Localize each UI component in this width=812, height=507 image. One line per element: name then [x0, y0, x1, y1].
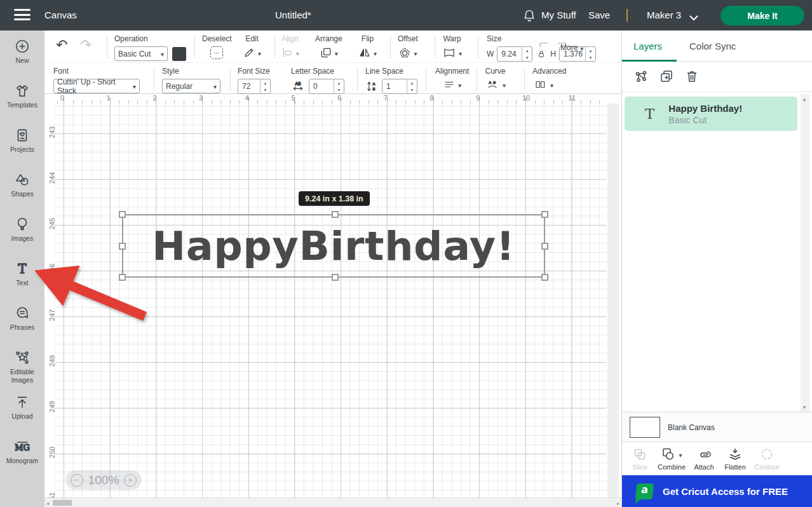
tab-color-sync[interactable]: Color Sync: [689, 41, 736, 51]
edit-group[interactable]: Edit: [243, 34, 261, 59]
undo-button[interactable]: ↶: [56, 38, 67, 52]
caret-down-icon: [211, 82, 217, 91]
sidebar-item-label: Projects: [10, 145, 34, 154]
deselect-group[interactable]: Deselect ⋯: [202, 34, 232, 59]
operation-select[interactable]: Basic Cut: [114, 46, 168, 61]
layer-operation: Basic Cut: [668, 115, 742, 125]
design-text[interactable]: HappyBirthday!: [152, 223, 515, 269]
sidebar-item-new[interactable]: New: [0, 38, 44, 65]
vertical-scrollbar[interactable]: [607, 104, 619, 497]
sidebar-item-editable-images[interactable]: Editable Images: [0, 349, 44, 384]
sidebar-item-upload[interactable]: Upload: [0, 394, 44, 421]
offset-group[interactable]: Offset: [398, 34, 418, 59]
caret-down-icon: [332, 47, 338, 58]
action-attach[interactable]: Attach: [687, 447, 721, 471]
line-space-stepper[interactable]: ▲▼: [407, 79, 417, 93]
selection-handle-s[interactable]: [332, 274, 339, 281]
selection-handle-w[interactable]: [119, 243, 126, 250]
layer-actions-row: SliceCombineAttachFlattenContour: [622, 442, 812, 475]
lock-icon[interactable]: [536, 49, 546, 59]
font-size-label: Font Size: [238, 67, 271, 76]
alignment-group[interactable]: Alignment: [435, 67, 469, 90]
selection-handle-e[interactable]: [541, 243, 548, 250]
cricut-access-logo-icon: [635, 483, 654, 499]
selection-handle-ne[interactable]: [541, 211, 548, 218]
scroll-left-arrow[interactable]: ◂: [46, 501, 49, 506]
align-label: Align: [281, 34, 299, 43]
sidebar-item-projects[interactable]: Projects: [0, 127, 44, 154]
contour-icon: [759, 447, 775, 462]
delete-icon[interactable]: [684, 69, 700, 84]
letter-space-input-wrap: ▲▼: [309, 79, 344, 94]
redo-button[interactable]: ↷: [80, 38, 91, 52]
sidebar-item-text[interactable]: TText: [0, 260, 44, 287]
sidebar-item-monogram[interactable]: MGMonogram: [0, 438, 44, 465]
action-flatten[interactable]: Flatten: [719, 447, 752, 471]
duplicate-icon[interactable]: [659, 69, 674, 84]
flip-group[interactable]: Flip: [358, 34, 377, 59]
color-swatch[interactable]: [172, 47, 186, 61]
more-button[interactable]: More: [560, 42, 583, 53]
font-size-stepper[interactable]: ▲▼: [260, 79, 270, 93]
arrange-group[interactable]: Arrange: [315, 34, 342, 59]
action-label: Attach: [694, 463, 714, 471]
size-tooltip: 9.24 in x 1.38 in: [299, 191, 370, 206]
selection-handle-se[interactable]: [541, 274, 548, 281]
font-select[interactable]: Cuttin' Up - Short Stack: [53, 79, 140, 93]
advanced-group[interactable]: Advanced: [532, 67, 566, 90]
tab-layers[interactable]: Layers: [633, 41, 662, 51]
document-title[interactable]: Untitled*: [275, 10, 311, 20]
chevron-down-icon[interactable]: [689, 12, 698, 24]
selection-handle-nw[interactable]: [119, 211, 126, 218]
action-combine[interactable]: Combine: [655, 447, 688, 471]
notifications-bell-icon[interactable]: [522, 8, 536, 23]
align-group[interactable]: Align: [281, 34, 299, 59]
machine-selector[interactable]: Maker 3: [647, 10, 681, 20]
cricut-access-banner[interactable]: Get Cricut Access for FREE: [622, 475, 812, 507]
group-icon[interactable]: [633, 69, 649, 84]
ruler-number: 10: [522, 94, 530, 102]
scroll-right-arrow[interactable]: ▸: [617, 501, 619, 506]
caret-down-icon: [548, 79, 553, 90]
selection-handle-n[interactable]: [332, 211, 339, 218]
ruler-number: 0: [60, 94, 64, 102]
ruler-number: 1: [107, 94, 111, 102]
panel-scrollbar[interactable]: ▲ ▼: [801, 94, 809, 413]
layer-item-happy-birthday[interactable]: T Happy Birthday! Basic Cut: [625, 97, 797, 131]
blank-canvas-row: Blank Canvas: [622, 412, 812, 442]
my-stuff-link[interactable]: My Stuff: [541, 10, 576, 20]
selection-bounding-box[interactable]: HappyBirthday!: [122, 214, 545, 278]
sidebar-item-label: Templates: [7, 101, 37, 109]
canvas-grid[interactable]: [55, 104, 606, 497]
scroll-down-arrow[interactable]: ▼: [802, 405, 807, 410]
letter-space-stepper[interactable]: ▲▼: [334, 79, 344, 93]
font-size-input[interactable]: [238, 79, 260, 93]
horizontal-scrollbar[interactable]: ◂ ▸: [44, 497, 621, 507]
svg-text:AB: AB: [295, 81, 301, 86]
sidebar-item-images[interactable]: Images: [0, 216, 44, 243]
sidebar-item-shapes[interactable]: Shapes: [0, 172, 44, 198]
canvas-color-swatch[interactable]: [630, 417, 660, 438]
line-space-input[interactable]: [382, 79, 407, 93]
zoom-in-button[interactable]: +: [124, 474, 137, 487]
horizontal-scroll-thumb[interactable]: [53, 500, 72, 506]
zoom-out-button[interactable]: −: [71, 474, 83, 487]
scroll-up-arrow[interactable]: ▲: [802, 97, 807, 102]
action-label: Flatten: [724, 463, 746, 471]
monogram-icon: MG: [14, 438, 30, 455]
selection-handle-sw[interactable]: [119, 274, 126, 281]
sidebar-item-phrases[interactable]: Phrases: [0, 305, 44, 332]
letter-space-input[interactable]: [309, 79, 334, 93]
width-input[interactable]: [497, 47, 522, 61]
shapes-icon: [14, 172, 30, 188]
curve-group[interactable]: Curve AB: [485, 67, 506, 90]
save-link[interactable]: Save: [588, 10, 610, 20]
make-it-button[interactable]: Make It: [721, 6, 804, 25]
sidebar-item-templates[interactable]: Templates: [0, 83, 44, 109]
style-select[interactable]: Regular: [162, 79, 220, 93]
edit-label: Edit: [243, 34, 261, 43]
height-stepper[interactable]: ▲▼: [585, 47, 595, 61]
width-stepper[interactable]: ▲▼: [522, 47, 532, 61]
text-layer-icon: T: [645, 105, 654, 122]
hamburger-menu-icon[interactable]: [14, 9, 30, 21]
